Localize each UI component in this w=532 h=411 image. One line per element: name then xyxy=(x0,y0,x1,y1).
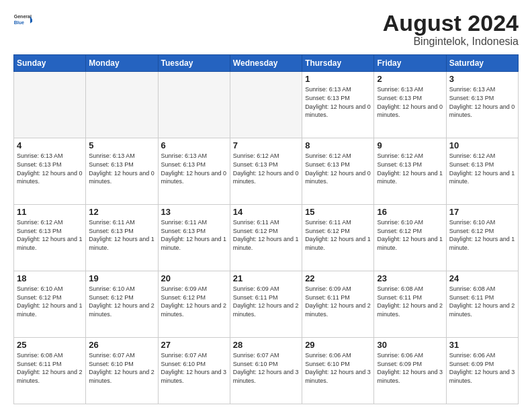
calendar-cell: 12Sunrise: 6:11 AM Sunset: 6:13 PM Dayli… xyxy=(86,205,158,271)
day-number: 3 xyxy=(449,74,515,84)
day-number: 26 xyxy=(89,340,154,350)
calendar-cell: 9Sunrise: 6:12 AM Sunset: 6:13 PM Daylig… xyxy=(374,138,446,205)
day-info: Sunrise: 6:11 AM Sunset: 6:13 PM Dayligh… xyxy=(161,218,227,252)
day-info: Sunrise: 6:08 AM Sunset: 6:11 PM Dayligh… xyxy=(449,285,515,318)
header-thursday: Thursday xyxy=(302,55,374,72)
day-number: 27 xyxy=(161,340,227,350)
header-wednesday: Wednesday xyxy=(230,55,302,72)
day-number: 17 xyxy=(449,207,515,217)
day-number: 1 xyxy=(305,74,371,84)
day-info: Sunrise: 6:12 AM Sunset: 6:13 PM Dayligh… xyxy=(17,218,83,252)
calendar-cell xyxy=(230,72,302,138)
calendar-cell: 19Sunrise: 6:10 AM Sunset: 6:12 PM Dayli… xyxy=(86,271,158,338)
calendar-cell: 13Sunrise: 6:11 AM Sunset: 6:13 PM Dayli… xyxy=(158,205,230,271)
day-number: 10 xyxy=(449,140,515,150)
day-info: Sunrise: 6:09 AM Sunset: 6:11 PM Dayligh… xyxy=(233,285,299,318)
calendar-cell: 8Sunrise: 6:12 AM Sunset: 6:13 PM Daylig… xyxy=(302,138,374,205)
calendar-cell: 27Sunrise: 6:07 AM Sunset: 6:10 PM Dayli… xyxy=(158,338,230,404)
day-info: Sunrise: 6:09 AM Sunset: 6:11 PM Dayligh… xyxy=(305,285,371,318)
calendar-cell: 2Sunrise: 6:13 AM Sunset: 6:13 PM Daylig… xyxy=(374,72,446,138)
calendar-cell: 17Sunrise: 6:10 AM Sunset: 6:12 PM Dayli… xyxy=(446,205,518,271)
page-title: August 2024 xyxy=(383,11,519,36)
day-info: Sunrise: 6:10 AM Sunset: 6:12 PM Dayligh… xyxy=(449,218,515,252)
calendar-cell: 28Sunrise: 6:07 AM Sunset: 6:10 PM Dayli… xyxy=(230,338,302,404)
calendar-cell: 22Sunrise: 6:09 AM Sunset: 6:11 PM Dayli… xyxy=(302,271,374,338)
day-info: Sunrise: 6:06 AM Sunset: 6:09 PM Dayligh… xyxy=(449,351,515,385)
calendar-cell: 29Sunrise: 6:06 AM Sunset: 6:10 PM Dayli… xyxy=(302,338,374,404)
day-info: Sunrise: 6:10 AM Sunset: 6:12 PM Dayligh… xyxy=(89,285,154,318)
calendar-cell: 14Sunrise: 6:11 AM Sunset: 6:12 PM Dayli… xyxy=(230,205,302,271)
calendar-header-row: SundayMondayTuesdayWednesdayThursdayFrid… xyxy=(14,55,519,72)
day-info: Sunrise: 6:07 AM Sunset: 6:10 PM Dayligh… xyxy=(233,351,299,385)
calendar-cell: 31Sunrise: 6:06 AM Sunset: 6:09 PM Dayli… xyxy=(446,338,518,404)
day-number: 19 xyxy=(89,273,154,283)
day-number: 18 xyxy=(17,273,83,283)
day-number: 28 xyxy=(233,340,299,350)
day-number: 16 xyxy=(377,207,443,217)
day-number: 14 xyxy=(233,207,299,217)
day-info: Sunrise: 6:12 AM Sunset: 6:13 PM Dayligh… xyxy=(449,152,515,185)
day-info: Sunrise: 6:11 AM Sunset: 6:13 PM Dayligh… xyxy=(89,218,154,252)
day-info: Sunrise: 6:09 AM Sunset: 6:12 PM Dayligh… xyxy=(161,285,227,318)
header-monday: Monday xyxy=(86,55,158,72)
week-row-3: 11Sunrise: 6:12 AM Sunset: 6:13 PM Dayli… xyxy=(14,205,519,271)
calendar-cell: 24Sunrise: 6:08 AM Sunset: 6:11 PM Dayli… xyxy=(446,271,518,338)
header-saturday: Saturday xyxy=(446,55,518,72)
calendar-cell xyxy=(158,72,230,138)
day-info: Sunrise: 6:13 AM Sunset: 6:13 PM Dayligh… xyxy=(89,152,154,185)
day-number: 21 xyxy=(233,273,299,283)
day-info: Sunrise: 6:11 AM Sunset: 6:12 PM Dayligh… xyxy=(305,218,371,252)
calendar-cell: 11Sunrise: 6:12 AM Sunset: 6:13 PM Dayli… xyxy=(14,205,86,271)
day-number: 29 xyxy=(305,340,371,350)
header-friday: Friday xyxy=(374,55,446,72)
calendar-cell: 23Sunrise: 6:08 AM Sunset: 6:11 PM Dayli… xyxy=(374,271,446,338)
day-info: Sunrise: 6:13 AM Sunset: 6:13 PM Dayligh… xyxy=(17,152,83,185)
svg-text:General: General xyxy=(14,14,32,19)
day-info: Sunrise: 6:08 AM Sunset: 6:11 PM Dayligh… xyxy=(377,285,443,318)
day-number: 9 xyxy=(377,140,443,150)
day-number: 5 xyxy=(89,140,154,150)
page: General Blue August 2024 Bingintelok, In… xyxy=(0,0,532,411)
calendar-cell: 16Sunrise: 6:10 AM Sunset: 6:12 PM Dayli… xyxy=(374,205,446,271)
day-number: 20 xyxy=(161,273,227,283)
svg-text:Blue: Blue xyxy=(14,20,24,25)
header: General Blue August 2024 Bingintelok, In… xyxy=(13,11,519,48)
calendar-cell: 21Sunrise: 6:09 AM Sunset: 6:11 PM Dayli… xyxy=(230,271,302,338)
calendar-cell: 30Sunrise: 6:06 AM Sunset: 6:09 PM Dayli… xyxy=(374,338,446,404)
calendar-cell: 15Sunrise: 6:11 AM Sunset: 6:12 PM Dayli… xyxy=(302,205,374,271)
week-row-1: 1Sunrise: 6:13 AM Sunset: 6:13 PM Daylig… xyxy=(14,72,519,138)
title-block: August 2024 Bingintelok, Indonesia xyxy=(383,11,519,48)
day-info: Sunrise: 6:10 AM Sunset: 6:12 PM Dayligh… xyxy=(377,218,443,252)
calendar-cell: 5Sunrise: 6:13 AM Sunset: 6:13 PM Daylig… xyxy=(86,138,158,205)
header-sunday: Sunday xyxy=(14,55,86,72)
day-info: Sunrise: 6:06 AM Sunset: 6:10 PM Dayligh… xyxy=(305,351,371,385)
calendar-cell xyxy=(14,72,86,138)
day-info: Sunrise: 6:06 AM Sunset: 6:09 PM Dayligh… xyxy=(377,351,443,385)
day-info: Sunrise: 6:08 AM Sunset: 6:11 PM Dayligh… xyxy=(17,351,83,385)
calendar-cell xyxy=(86,72,158,138)
day-number: 12 xyxy=(89,207,154,217)
day-info: Sunrise: 6:12 AM Sunset: 6:13 PM Dayligh… xyxy=(305,152,371,185)
week-row-5: 25Sunrise: 6:08 AM Sunset: 6:11 PM Dayli… xyxy=(14,338,519,404)
day-number: 22 xyxy=(305,273,371,283)
day-info: Sunrise: 6:12 AM Sunset: 6:13 PM Dayligh… xyxy=(377,152,443,185)
day-info: Sunrise: 6:13 AM Sunset: 6:13 PM Dayligh… xyxy=(161,152,227,185)
day-info: Sunrise: 6:10 AM Sunset: 6:12 PM Dayligh… xyxy=(17,285,83,318)
day-number: 11 xyxy=(17,207,83,217)
day-number: 30 xyxy=(377,340,443,350)
calendar-cell: 4Sunrise: 6:13 AM Sunset: 6:13 PM Daylig… xyxy=(14,138,86,205)
week-row-4: 18Sunrise: 6:10 AM Sunset: 6:12 PM Dayli… xyxy=(14,271,519,338)
day-info: Sunrise: 6:13 AM Sunset: 6:13 PM Dayligh… xyxy=(305,85,371,119)
calendar-cell: 25Sunrise: 6:08 AM Sunset: 6:11 PM Dayli… xyxy=(14,338,86,404)
day-number: 8 xyxy=(305,140,371,150)
day-info: Sunrise: 6:12 AM Sunset: 6:13 PM Dayligh… xyxy=(233,152,299,185)
day-number: 31 xyxy=(449,340,515,350)
day-number: 25 xyxy=(17,340,83,350)
calendar-cell: 26Sunrise: 6:07 AM Sunset: 6:10 PM Dayli… xyxy=(86,338,158,404)
logo: General Blue xyxy=(13,11,32,30)
day-number: 7 xyxy=(233,140,299,150)
week-row-2: 4Sunrise: 6:13 AM Sunset: 6:13 PM Daylig… xyxy=(14,138,519,205)
calendar-cell: 18Sunrise: 6:10 AM Sunset: 6:12 PM Dayli… xyxy=(14,271,86,338)
day-info: Sunrise: 6:07 AM Sunset: 6:10 PM Dayligh… xyxy=(161,351,227,385)
logo-icon: General Blue xyxy=(13,11,32,30)
